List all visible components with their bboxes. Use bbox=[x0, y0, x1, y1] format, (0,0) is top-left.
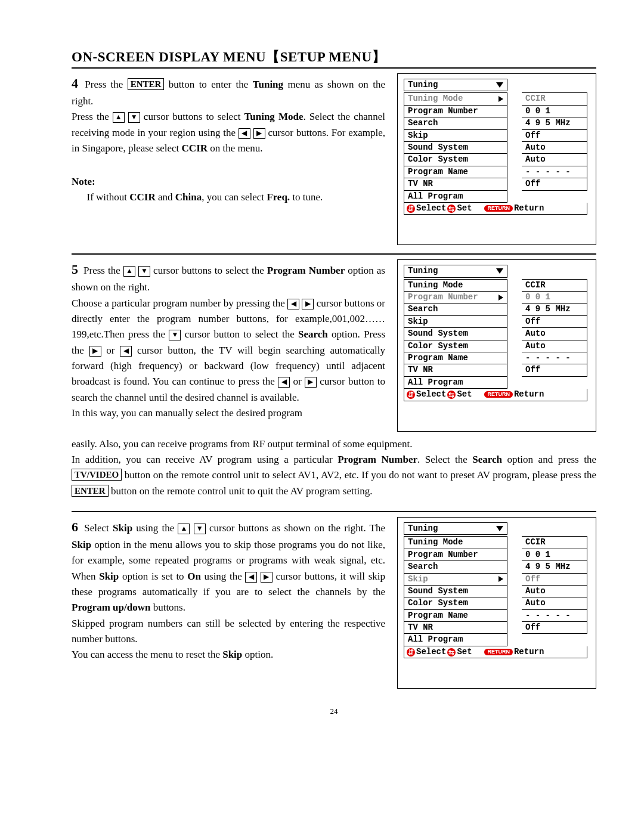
right-icon: ▶ bbox=[302, 299, 314, 309]
step-number: 4 bbox=[72, 76, 78, 91]
osd-tuning-1: Tuning Tuning ModeCCIR Program Number0 0… bbox=[397, 73, 596, 245]
down-icon: ▼ bbox=[169, 330, 181, 340]
step-number: 5 bbox=[72, 262, 78, 277]
enter-key: ENTER bbox=[72, 485, 109, 497]
step-5-text: 5 Press the ▲ ▼ cursor buttons to select… bbox=[72, 259, 385, 421]
osd-footer: ⇵Select ⇆Set RETURNReturn bbox=[404, 203, 587, 215]
osd-title: Tuning bbox=[408, 80, 438, 89]
set-icon: ⇆ bbox=[447, 391, 456, 399]
title-divider bbox=[72, 67, 596, 69]
up-icon: ▲ bbox=[178, 524, 190, 534]
left-icon: ◀ bbox=[245, 572, 257, 583]
left-icon: ◀ bbox=[239, 128, 250, 139]
left-icon: ◀ bbox=[120, 346, 132, 357]
chevron-down-icon bbox=[496, 268, 503, 274]
chevron-right-icon bbox=[499, 576, 503, 582]
select-icon: ⇵ bbox=[407, 391, 415, 399]
set-icon: ⇆ bbox=[447, 205, 456, 213]
select-icon: ⇵ bbox=[407, 205, 415, 213]
up-icon: ▲ bbox=[113, 112, 125, 123]
chevron-down-icon bbox=[496, 82, 503, 88]
select-icon: ⇵ bbox=[407, 648, 415, 657]
osd-footer: ⇵Select ⇆Set RETURNReturn bbox=[404, 389, 587, 401]
osd-title: Tuning bbox=[408, 524, 438, 533]
left-icon: ◀ bbox=[278, 377, 290, 388]
chevron-down-icon bbox=[496, 526, 503, 531]
step-number: 6 bbox=[72, 519, 78, 534]
return-pill: RETURN bbox=[484, 649, 513, 655]
left-icon: ◀ bbox=[287, 299, 299, 309]
note-label: Note: bbox=[72, 176, 95, 187]
osd-footer: ⇵Select ⇆Set RETURNReturn bbox=[404, 646, 587, 658]
tvvideo-key: TV/VIDEO bbox=[72, 469, 122, 481]
step-6-text: 6 Select Skip using the ▲ ▼ cursor butto… bbox=[72, 517, 385, 663]
step-5: 5 Press the ▲ ▼ cursor buttons to select… bbox=[72, 259, 596, 431]
page-number: 24 bbox=[72, 707, 596, 716]
right-icon: ▶ bbox=[305, 377, 317, 388]
right-icon: ▶ bbox=[89, 346, 101, 357]
step-4: 4 Press the ENTER button to enter the Tu… bbox=[72, 73, 596, 245]
down-icon: ▼ bbox=[128, 112, 140, 123]
set-icon: ⇆ bbox=[447, 648, 456, 657]
step-6: 6 Select Skip using the ▲ ▼ cursor butto… bbox=[72, 517, 596, 689]
osd-title: Tuning bbox=[408, 267, 438, 275]
right-icon: ▶ bbox=[253, 128, 265, 139]
step-5-continued: easily. Also, you can receive programs f… bbox=[72, 436, 596, 499]
chevron-right-icon bbox=[499, 295, 503, 301]
osd-tuning-2: Tuning Tuning ModeCCIR Program Number0 0… bbox=[397, 259, 596, 431]
down-icon: ▼ bbox=[194, 524, 206, 534]
return-pill: RETURN bbox=[484, 205, 513, 212]
down-icon: ▼ bbox=[138, 266, 150, 277]
return-pill: RETURN bbox=[484, 391, 513, 398]
step-4-text: 4 Press the ENTER button to enter the Tu… bbox=[72, 73, 385, 205]
chevron-right-icon bbox=[499, 96, 503, 102]
right-icon: ▶ bbox=[261, 572, 273, 583]
divider bbox=[72, 511, 596, 512]
divider bbox=[72, 253, 596, 255]
up-icon: ▲ bbox=[123, 266, 135, 277]
enter-key: ENTER bbox=[128, 78, 165, 90]
osd-tuning-3: Tuning Tuning ModeCCIR Program Number0 0… bbox=[397, 517, 596, 689]
page-title: ON-SCREEN DISPLAY MENU【SETUP MENU】 bbox=[72, 48, 596, 66]
